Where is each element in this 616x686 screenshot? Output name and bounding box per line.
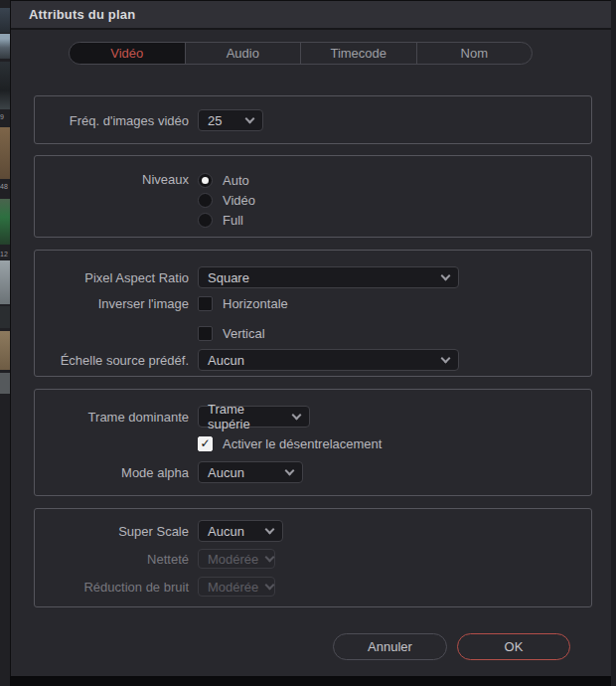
flip-label: Inverser l'image [35, 296, 189, 311]
noise-reduction-dropdown: Modérée [198, 577, 275, 597]
clip-number: 12 [0, 251, 10, 258]
scale-preset-label: Échelle source prédéf. [35, 353, 189, 368]
levels-label: Niveaux [35, 172, 189, 187]
par-label: Pixel Aspect Ratio [35, 270, 189, 285]
checkmark-icon: ✓ [200, 437, 210, 449]
deinterlace-checkbox[interactable]: ✓ [198, 436, 213, 451]
noise-reduction-label: Réduction de bruit [35, 580, 189, 595]
section-deinterlace: Trame dominante Trame supérie ✓ Activer … [34, 389, 592, 496]
alpha-mode-value: Aucun [208, 465, 244, 480]
field-dominance-value: Trame supérie [208, 402, 285, 431]
alpha-mode-dropdown[interactable]: Aucun [198, 461, 303, 483]
scale-preset-value: Aucun [208, 353, 244, 368]
clip-number: 48 [0, 183, 10, 191]
chevron-down-icon [265, 552, 275, 562]
tab-audio-label: Audio [227, 46, 259, 61]
radio-video-label: Vidéo [223, 193, 255, 208]
clip-number: 9 [0, 113, 10, 121]
tab-video[interactable]: Vidéo [70, 43, 186, 64]
dialog-footer: Annuler OK [34, 633, 591, 660]
noise-reduction-value: Modérée [208, 580, 258, 595]
tab-name-label: Nom [461, 46, 488, 61]
tab-timecode[interactable]: Timecode [301, 43, 417, 64]
dialog-title: Attributs du plan [29, 7, 135, 22]
framerate-label: Fréq. d'images vidéo [35, 113, 189, 128]
chevron-down-icon [441, 353, 451, 363]
radio-icon[interactable] [198, 193, 213, 208]
super-scale-value: Aucun [208, 524, 244, 539]
radio-auto-label: Auto [223, 173, 249, 188]
clip-thumbnail [0, 62, 10, 109]
clip-thumbnail [0, 306, 10, 328]
sharpness-label: Netteté [35, 552, 189, 567]
flip-vertical-checkbox[interactable] [198, 326, 213, 341]
super-scale-label: Super Scale [35, 524, 189, 539]
radio-icon[interactable] [198, 213, 213, 228]
radio-full-label: Full [223, 213, 243, 228]
ok-button-label: OK [505, 639, 524, 654]
sharpness-value: Modérée [208, 552, 258, 567]
flip-vertical-label: Vertical [223, 326, 265, 341]
cancel-button[interactable]: Annuler [333, 633, 447, 660]
dialog-edge-shadow [611, 0, 616, 686]
clip-thumbnail [0, 331, 10, 370]
chevron-down-icon [441, 270, 451, 280]
clip-attributes-dialog: Attributs du plan Vidéo Audio Timecode N… [10, 0, 611, 678]
par-value: Square [208, 270, 249, 285]
tab-bar: Vidéo Audio Timecode Nom [69, 42, 533, 65]
levels-radio-group: Auto Vidéo Full [198, 170, 255, 230]
alpha-mode-label: Mode alpha [35, 465, 189, 480]
field-dominance-label: Trame dominante [35, 410, 189, 425]
clip-thumbnail [0, 34, 10, 59]
sharpness-dropdown: Modérée [198, 549, 275, 569]
section-levels: Niveaux Auto Vidéo Full [34, 155, 592, 238]
section-framerate: Fréq. d'images vidéo 25 [34, 95, 592, 144]
radio-option-auto[interactable]: Auto [198, 170, 255, 190]
dialog-titlebar[interactable]: Attributs du plan [11, 0, 611, 30]
ok-button[interactable]: OK [457, 633, 570, 660]
chevron-down-icon [245, 113, 255, 123]
section-geometry: Pixel Aspect Ratio Square Inverser l'ima… [34, 250, 592, 377]
chevron-down-icon [265, 580, 275, 590]
clip-thumbnail [0, 260, 10, 304]
clip-thumbnail [0, 8, 10, 33]
scale-preset-dropdown[interactable]: Aucun [198, 349, 459, 371]
media-pool-strip: 9 48 12 [0, 0, 10, 686]
tab-audio[interactable]: Audio [186, 43, 302, 64]
chevron-down-icon [285, 465, 295, 475]
tab-name[interactable]: Nom [417, 43, 533, 64]
field-dominance-dropdown[interactable]: Trame supérie [198, 406, 310, 428]
cancel-button-label: Annuler [368, 639, 412, 654]
flip-horizontal-checkbox[interactable] [198, 296, 213, 311]
chevron-down-icon [265, 524, 275, 534]
clip-thumbnail [0, 199, 10, 245]
radio-option-full[interactable]: Full [198, 210, 255, 230]
section-super-scale: Super Scale Aucun Netteté Modérée Réduct… [34, 508, 592, 607]
framerate-value: 25 [208, 113, 222, 128]
framerate-dropdown[interactable]: 25 [198, 109, 263, 131]
chevron-down-icon [292, 410, 302, 420]
tab-video-label: Vidéo [110, 46, 143, 61]
tab-timecode-label: Timecode [330, 46, 386, 61]
deinterlace-label: Activer le désentrelacement [223, 436, 382, 451]
clip-thumbnail [0, 373, 10, 394]
radio-icon-selected[interactable] [198, 173, 213, 188]
clip-thumbnail [0, 127, 10, 179]
radio-option-video[interactable]: Vidéo [198, 190, 255, 210]
super-scale-dropdown[interactable]: Aucun [198, 520, 283, 542]
flip-horizontal-label: Horizontale [223, 296, 288, 311]
pixel-aspect-ratio-dropdown[interactable]: Square [198, 266, 459, 288]
